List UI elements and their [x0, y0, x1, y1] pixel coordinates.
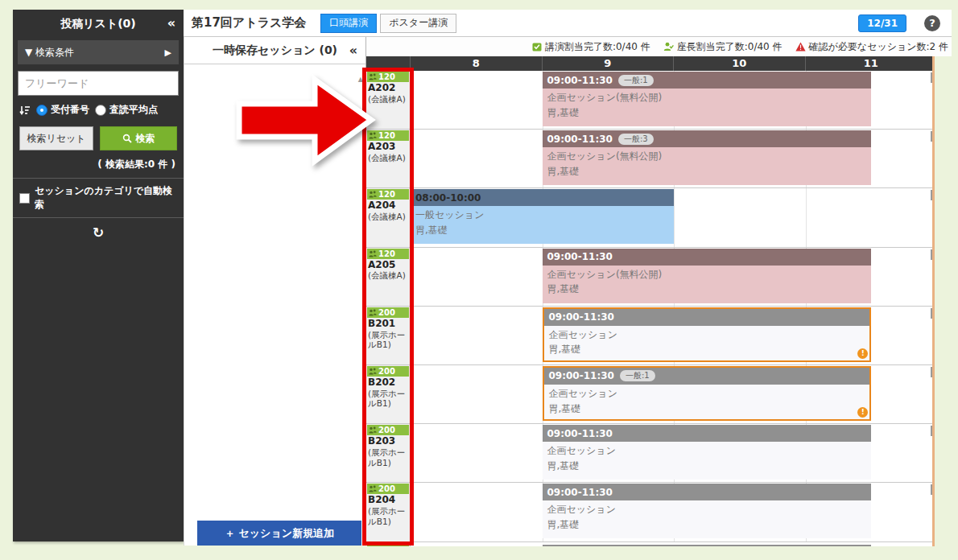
session-header: 09:00-11:30 一般:1 [543, 72, 872, 89]
session-body: 企画セッション 胃,基礎 [544, 385, 870, 418]
sort-option-label: 受付番号 [51, 103, 89, 117]
session-block[interactable]: 09:00-11:30 企画セッション 胃,基礎 [543, 484, 872, 538]
collapse-temp-panel-icon[interactable]: « [349, 43, 357, 58]
room-row: 200 B201 (展示ホールB1) 09:00-11:30 企画セッション 胃… [366, 307, 932, 365]
date-button[interactable]: 12/31 [858, 14, 906, 32]
calendar-check-icon [532, 42, 542, 51]
session-header: 09:00-11:30 [543, 249, 872, 266]
room-capacity-badge: 120 [367, 249, 409, 259]
room-row: 120 A205 (会議棟A) 09:00-11:30 企画セッション(無料公開… [366, 248, 932, 307]
session-block[interactable]: 09:00-11:30 企画セッション 胃,基礎 ! [543, 307, 872, 362]
room-timeline[interactable]: 08:00-10:00 一般セッション 胃,基礎 [411, 188, 932, 247]
room-row: 120 A202 (会議棟A) 09:00-11:30 一般:1 企画セッション… [366, 71, 932, 130]
room-location: (展示ホールB1) [366, 389, 410, 409]
radio-selected-icon[interactable] [36, 105, 47, 116]
room-row: 200 B202 (展示ホールB1) 09:00-11:30 一般:1 企画セッ… [366, 365, 932, 424]
room-row: 120 A203 (会議棟A) 09:00-11:30 一般:3 企画セッション… [366, 130, 932, 188]
session-body: 企画セッション 胃,基礎 [543, 500, 872, 533]
submission-list-header: 投稿リスト(0) « [13, 10, 184, 39]
chair-assign-status: 座長割当完了数:0/40 件 [663, 40, 783, 54]
keyword-input[interactable] [18, 71, 179, 96]
tab-oral-presentation[interactable]: 口頭講演 [320, 14, 377, 33]
room-timeline[interactable]: 09:00-11:30 企画セッション 胃,基礎 [411, 483, 932, 541]
schedule-area: 講演割当完了数:0/40 件 座長割当完了数:0/40 件 確認が必要なセッショ… [366, 37, 952, 546]
search-result-count: ( 検索結果:0 件 ) [13, 155, 184, 178]
session-time: 09:00-11:30 [549, 311, 614, 323]
tab-poster-presentation[interactable]: ポスター講演 [380, 14, 456, 33]
room-timeline[interactable]: 09:00-11:30 一般:3 企画セッション(無料公開) 胃,基礎 [411, 130, 932, 188]
room-cell: 120 A204 (会議棟A) [366, 188, 411, 247]
session-tags: 胃,基礎 [415, 223, 669, 238]
room-cell: 200 B202 (展示ホールB1) [366, 365, 411, 424]
session-time: 09:00-11:30 [547, 75, 613, 86]
auto-search-label: セッションのカテゴリで自動検索 [35, 184, 177, 212]
auto-search-row[interactable]: セッションのカテゴリで自動検索 [13, 178, 184, 218]
room-name: B201 [366, 319, 410, 330]
partial-room-row [366, 542, 932, 547]
room-cell: 120 A203 (会議棟A) [366, 130, 411, 188]
sort-by-review-average[interactable]: 査読平均点 [95, 103, 158, 117]
temp-session-title: 一時保存セッション (0) [213, 43, 337, 58]
session-block[interactable]: 09:00-11:30 一般:3 企画セッション(無料公開) 胃,基礎 [543, 130, 872, 185]
session-type-badge: 一般:1 [620, 370, 655, 381]
submission-list-title: 投稿リスト(0) [60, 17, 136, 31]
session-block[interactable]: 09:00-11:30 一般:1 企画セッション 胃,基礎 ! [543, 366, 872, 421]
room-capacity-badge: 120 [367, 72, 409, 82]
hour-label: 8 [411, 56, 543, 71]
search-button[interactable]: 検索 [100, 126, 177, 150]
session-block[interactable]: 08:00-10:00 一般セッション 胃,基礎 [411, 189, 674, 244]
room-capacity-badge [367, 543, 409, 547]
vertical-scrollbar[interactable] [932, 56, 935, 546]
hour-label: 11 [806, 56, 933, 71]
session-block[interactable]: 09:00-11:30 企画セッション 胃,基礎 [543, 425, 872, 480]
room-timeline[interactable]: 09:00-11:30 企画セッション(無料公開) 胃,基礎 [411, 248, 932, 307]
session-type-badge: 一般:3 [618, 134, 654, 145]
room-timeline[interactable]: 09:00-11:30 一般:1 企画セッション(無料公開) 胃,基礎 [411, 71, 932, 130]
session-block[interactable]: 09:00-11:30 一般:1 企画セッション(無料公開) 胃,基礎 [543, 72, 872, 126]
room-capacity: 120 [378, 249, 395, 258]
room-location: (展示ホールB1) [366, 506, 410, 526]
room-capacity: 200 [378, 308, 395, 317]
session-title: 企画セッション [547, 443, 867, 459]
search-reset-button[interactable]: 検索リセット [19, 126, 93, 150]
sort-by-receipt-number[interactable]: 受付番号 [36, 103, 89, 117]
help-icon[interactable]: ? [924, 15, 940, 31]
session-title: 企画セッション [549, 386, 865, 401]
time-axis-header: 891011 [366, 56, 932, 71]
people-icon [369, 309, 377, 316]
hour-label: 9 [543, 56, 675, 71]
radio-unselected-icon[interactable] [95, 105, 106, 116]
people-icon [369, 250, 377, 257]
collapse-left-icon[interactable]: « [167, 15, 175, 31]
submission-list-panel: 投稿リスト(0) « ▼ 検索条件 ▶ 受付番号 査読平均点 検索リセット 検索… [13, 10, 184, 541]
room-location: (会議棟A) [366, 94, 410, 105]
session-title: 企画セッション(無料公開) [547, 267, 867, 282]
session-title: 企画セッション(無料公開) [547, 90, 867, 105]
room-timeline[interactable]: 09:00-11:30 一般:1 企画セッション 胃,基礎 ! [411, 365, 932, 424]
session-block[interactable] [543, 545, 872, 547]
add-session-button[interactable]: ＋ セッション新規追加 [197, 521, 361, 546]
search-condition-bar[interactable]: ▼ 検索条件 ▶ [18, 40, 179, 64]
temp-session-panel: 一時保存セッション (0) « ▲ ＋ セッション新規追加 [184, 37, 366, 546]
session-block[interactable]: 09:00-11:30 企画セッション(無料公開) 胃,基礎 [543, 249, 872, 303]
scroll-up-icon[interactable]: ▲ [358, 76, 363, 83]
room-column-header [366, 56, 411, 71]
room-name: A205 [366, 260, 410, 271]
room-timeline[interactable]: 09:00-11:30 企画セッション 胃,基礎 [411, 424, 932, 483]
checkbox-unchecked-icon[interactable] [19, 193, 30, 204]
search-condition-label: ▼ 検索条件 [25, 46, 74, 60]
session-tags: 胃,基礎 [549, 401, 865, 417]
conference-title: 第17回アトラス学会 [184, 15, 320, 31]
room-capacity-badge: 200 [367, 366, 409, 377]
schedule-grid: 120 A202 (会議棟A) 09:00-11:30 一般:1 企画セッション… [366, 71, 932, 546]
session-time: 08:00-10:00 [415, 192, 481, 204]
warning-triangle-icon [795, 42, 806, 51]
session-time: 09:00-11:30 [547, 428, 613, 439]
chevron-right-icon: ▶ [165, 47, 171, 58]
room-timeline[interactable]: 09:00-11:30 企画セッション 胃,基礎 ! [411, 307, 932, 365]
room-capacity: 200 [378, 367, 395, 376]
room-capacity-badge: 200 [367, 307, 409, 318]
session-time: 09:00-11:30 [549, 370, 614, 381]
refresh-icon[interactable]: ↻ [13, 218, 184, 247]
session-title: 企画セッション [549, 327, 865, 343]
